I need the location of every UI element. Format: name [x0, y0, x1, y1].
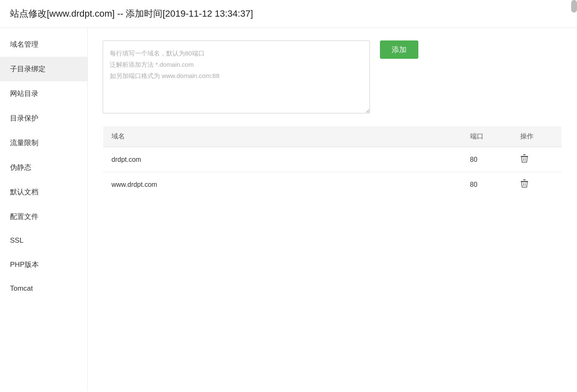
table-header-port: 端口: [462, 126, 512, 147]
main-content: 添加 域名 端口 操作 drdpt.com80 www.drdpt.com80: [88, 28, 577, 391]
table-header-domain: 域名: [103, 126, 462, 147]
scrollbar[interactable]: [571, 0, 577, 13]
table-cell-domain: drdpt.com: [103, 147, 462, 172]
sidebar-item-site-dir[interactable]: 网站目录: [0, 81, 87, 106]
domain-textarea[interactable]: [103, 40, 370, 113]
table-cell-action: [512, 147, 562, 172]
delete-domain-button[interactable]: [520, 179, 529, 190]
sidebar-item-tomcat[interactable]: Tomcat: [0, 277, 87, 300]
table-cell-port: 80: [462, 147, 512, 172]
sidebar-item-dir-protect[interactable]: 目录保护: [0, 106, 87, 131]
sidebar-item-pseudo-static[interactable]: 伪静态: [0, 155, 87, 180]
domain-table: 域名 端口 操作 drdpt.com80 www.drdpt.com80: [103, 126, 562, 197]
sidebar-item-default-doc[interactable]: 默认文档: [0, 180, 87, 204]
delete-domain-button[interactable]: [520, 154, 529, 165]
sidebar-item-domain-mgmt[interactable]: 域名管理: [0, 32, 87, 57]
sidebar: 域名管理子目录绑定网站目录目录保护流量限制伪静态默认文档配置文件SSLPHP版本…: [0, 28, 88, 391]
sidebar-item-php-version[interactable]: PHP版本: [0, 252, 87, 277]
table-row: www.drdpt.com80: [103, 172, 562, 197]
table-cell-domain: www.drdpt.com: [103, 172, 462, 197]
domain-input-area: 添加: [103, 40, 562, 113]
layout: 域名管理子目录绑定网站目录目录保护流量限制伪静态默认文档配置文件SSLPHP版本…: [0, 28, 577, 391]
table-row: drdpt.com80: [103, 147, 562, 172]
table-cell-action: [512, 172, 562, 197]
svg-rect-1: [523, 154, 526, 155]
sidebar-item-config-file[interactable]: 配置文件: [0, 204, 87, 229]
page-title: 站点修改[www.drdpt.com] -- 添加时间[2019-11-12 1…: [0, 0, 577, 28]
add-domain-button[interactable]: 添加: [380, 40, 418, 59]
svg-rect-5: [523, 179, 526, 180]
table-header-action: 操作: [512, 126, 562, 147]
sidebar-item-subdir-bind[interactable]: 子目录绑定: [0, 57, 87, 81]
table-cell-port: 80: [462, 172, 512, 197]
sidebar-item-ssl[interactable]: SSL: [0, 229, 87, 252]
sidebar-item-traffic-limit[interactable]: 流量限制: [0, 131, 87, 155]
